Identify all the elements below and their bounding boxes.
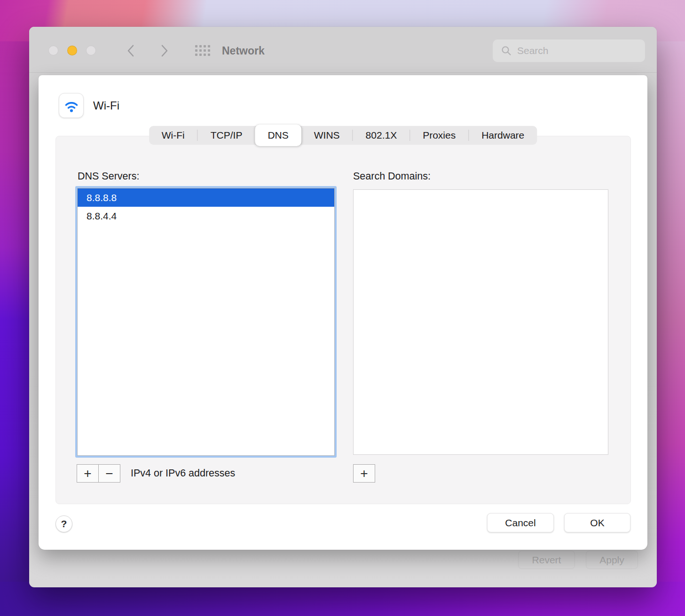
tab-802-1x[interactable]: 802.1X — [353, 126, 410, 145]
tab-proxies[interactable]: Proxies — [410, 126, 468, 145]
tab-hardware[interactable]: Hardware — [469, 126, 537, 145]
ok-button[interactable]: OK — [564, 513, 630, 532]
search-icon — [501, 45, 512, 56]
titlebar: Network Search — [29, 27, 657, 73]
wifi-service-tile — [59, 93, 84, 118]
wifi-icon — [63, 99, 80, 113]
dns-servers-label: DNS Servers: — [78, 171, 139, 182]
tab-tcp-ip[interactable]: TCP/IP — [198, 126, 255, 145]
search-domains-label: Search Domains: — [353, 171, 431, 182]
tab-bar: Wi-FiTCP/IPDNSWINS802.1XProxiesHardware — [149, 126, 537, 145]
add-dns-server-button[interactable]: + — [77, 464, 99, 483]
chevron-right-icon — [160, 44, 169, 57]
tab-wins[interactable]: WINS — [301, 126, 353, 145]
tab-dns[interactable]: DNS — [255, 125, 301, 146]
forward-button[interactable] — [157, 44, 172, 58]
tab-wi-fi[interactable]: Wi-Fi — [149, 126, 197, 145]
dns-server-row[interactable]: 8.8.4.4 — [78, 207, 334, 225]
remove-dns-server-button[interactable]: − — [98, 464, 120, 483]
close-window-button[interactable] — [48, 46, 58, 55]
search-domain-controls: + − — [353, 464, 397, 483]
dns-server-row[interactable]: 8.8.8.8 — [78, 188, 334, 207]
revert-button[interactable]: Revert — [518, 551, 575, 569]
remove-search-domain-button[interactable]: − — [375, 464, 397, 483]
cancel-button[interactable]: Cancel — [487, 513, 554, 532]
dns-list-controls: + − — [77, 464, 120, 483]
show-all-grid-icon[interactable] — [195, 45, 210, 56]
search-placeholder: Search — [517, 45, 549, 56]
chevron-left-icon — [126, 44, 135, 57]
back-button[interactable] — [124, 44, 138, 58]
network-preferences-window: Network Search Revert Apply Wi-Fi Wi-FiT… — [29, 27, 657, 587]
minimize-window-button[interactable] — [67, 46, 77, 55]
dns-address-hint: IPv4 or IPv6 addresses — [131, 464, 235, 483]
apply-button[interactable]: Apply — [586, 551, 638, 569]
dns-server-list-focus-ring: 8.8.8.88.8.4.4 — [75, 186, 337, 458]
search-input[interactable]: Search — [493, 39, 645, 62]
zoom-window-button[interactable] — [86, 46, 96, 55]
dns-settings-sheet: Wi-Fi Wi-FiTCP/IPDNSWINS802.1XProxiesHar… — [39, 75, 647, 550]
search-domain-list[interactable] — [353, 189, 608, 455]
traffic-lights — [48, 46, 96, 55]
service-name-label: Wi-Fi — [93, 93, 119, 118]
help-button[interactable]: ? — [55, 515, 72, 532]
dns-server-list[interactable]: 8.8.8.88.8.4.4 — [77, 188, 335, 456]
window-title: Network — [222, 44, 265, 58]
add-search-domain-button[interactable]: + — [353, 464, 375, 483]
